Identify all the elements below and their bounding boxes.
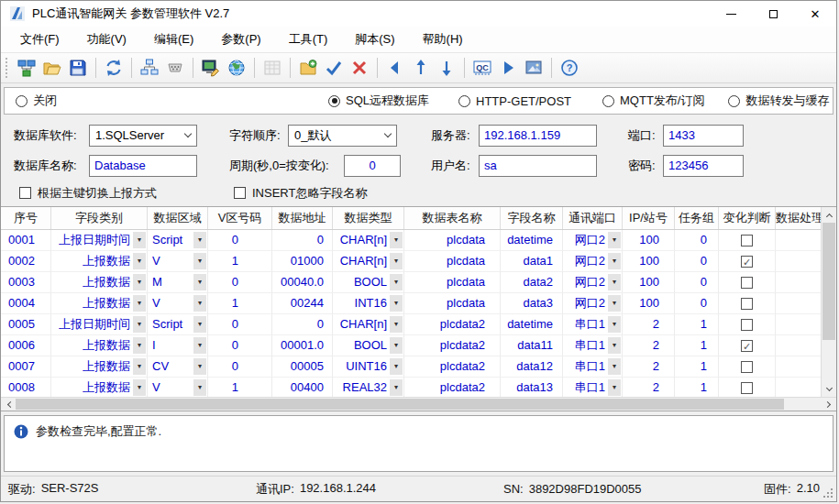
cell-field_type[interactable]: 上报数据▾ bbox=[51, 251, 148, 272]
menu-tools[interactable]: 工具(T) bbox=[275, 27, 342, 52]
cell-table_name[interactable]: plcdata2 bbox=[404, 356, 501, 378]
cell-data_process[interactable] bbox=[776, 230, 822, 251]
dropdown-button[interactable]: ▾ bbox=[133, 316, 146, 333]
dropdown-button[interactable]: ▾ bbox=[193, 274, 206, 290]
dropdown-button[interactable]: ▾ bbox=[608, 358, 621, 375]
cell-table_name[interactable]: plcdata2 bbox=[404, 314, 501, 335]
connect-button[interactable] bbox=[15, 56, 39, 80]
change-check-checkbox[interactable]: ✓ bbox=[741, 340, 753, 352]
cell-comm_port[interactable]: 网口2▾ bbox=[563, 230, 623, 251]
cell-field_type[interactable]: 上报日期时间▾ bbox=[51, 230, 148, 251]
cell-task_group[interactable]: 1 bbox=[675, 356, 719, 378]
scroll-down-button[interactable] bbox=[822, 382, 836, 395]
dropdown-button[interactable]: ▾ bbox=[193, 232, 206, 248]
radio-data-forward[interactable]: 数据转发与缓存 bbox=[728, 93, 829, 109]
cell-field_type[interactable]: 上报数据▾ bbox=[51, 356, 148, 378]
cell-field_type[interactable]: 上报数据▾ bbox=[51, 335, 148, 356]
dropdown-button[interactable]: ▾ bbox=[133, 274, 146, 290]
cell-address[interactable]: 00001.0 bbox=[272, 335, 333, 356]
resize-grip[interactable] bbox=[831, 496, 833, 498]
radio-mqtt[interactable]: MQTT发布/订阅 bbox=[602, 93, 704, 109]
cell-task_group[interactable]: 1 bbox=[675, 378, 719, 399]
cell-address[interactable]: 00400 bbox=[272, 378, 333, 399]
cell-field_type[interactable]: 上报数据▾ bbox=[51, 378, 148, 399]
maximize-button[interactable] bbox=[752, 1, 794, 27]
cell-data_area[interactable]: M▾ bbox=[148, 272, 208, 293]
cell-data_type[interactable]: BOOL▾ bbox=[333, 335, 404, 356]
cell-address[interactable]: 00005 bbox=[272, 356, 333, 378]
cell-task_group[interactable]: 0 bbox=[675, 293, 719, 314]
cell-field_type[interactable]: 上报日期时间▾ bbox=[51, 314, 148, 335]
close-button[interactable]: ✕ bbox=[794, 1, 836, 27]
cell-data_process[interactable] bbox=[776, 314, 822, 335]
cell-task_group[interactable]: 0 bbox=[675, 272, 719, 293]
menu-file[interactable]: 文件(F) bbox=[6, 27, 73, 52]
cell-ip_station[interactable]: 100 bbox=[623, 272, 675, 293]
radio-close-mode[interactable]: 关闭 bbox=[16, 93, 57, 109]
dropdown-button[interactable]: ▾ bbox=[608, 253, 621, 269]
dropdown-button[interactable]: ▾ bbox=[608, 232, 621, 248]
dropdown-button[interactable]: ▾ bbox=[390, 274, 403, 290]
cell-data_area[interactable]: V▾ bbox=[148, 293, 208, 314]
dropdown-button[interactable]: ▾ bbox=[608, 316, 621, 333]
cell-data_area[interactable]: V▾ bbox=[148, 378, 208, 399]
dropdown-button[interactable]: ▾ bbox=[608, 295, 621, 312]
period-input[interactable] bbox=[344, 155, 401, 177]
dropdown-button[interactable]: ▾ bbox=[193, 295, 206, 312]
cell-v_area[interactable]: 0 bbox=[208, 335, 272, 356]
dropdown-button[interactable]: ▾ bbox=[608, 337, 621, 354]
cell-field_name[interactable]: datetime bbox=[501, 230, 563, 251]
radio-sql-remote-db[interactable]: SQL远程数据库 bbox=[328, 93, 429, 109]
cell-table_name[interactable]: plcdata2 bbox=[404, 378, 501, 399]
cell-data_type[interactable]: CHAR[n]▾ bbox=[333, 251, 404, 272]
db-name-input[interactable] bbox=[89, 155, 197, 177]
cell-data_area[interactable]: I▾ bbox=[148, 335, 208, 356]
scroll-up-button[interactable] bbox=[822, 209, 836, 222]
cell-ip_station[interactable]: 100 bbox=[623, 251, 675, 272]
cell-comm_port[interactable]: 串口1▾ bbox=[563, 378, 623, 399]
insert-ignore-checkbox[interactable]: INSERT忽略字段名称 bbox=[234, 185, 367, 202]
menu-function[interactable]: 功能(V) bbox=[73, 27, 140, 52]
cell-table_name[interactable]: plcdata bbox=[404, 230, 501, 251]
horizontal-scroll-thumb[interactable] bbox=[16, 399, 784, 410]
cell-task_group[interactable]: 0 bbox=[675, 230, 719, 251]
change-check-checkbox[interactable] bbox=[741, 382, 753, 394]
dropdown-button[interactable]: ▾ bbox=[193, 379, 206, 396]
cell-data_area[interactable]: Script▾ bbox=[148, 314, 208, 335]
scroll-left-button[interactable] bbox=[3, 398, 16, 411]
cell-v_area[interactable]: 0 bbox=[208, 230, 272, 251]
dropdown-button[interactable]: ▾ bbox=[608, 379, 621, 396]
cell-address[interactable]: 0 bbox=[272, 230, 333, 251]
dropdown-button[interactable]: ▾ bbox=[390, 358, 403, 375]
cell-table_name[interactable]: plcdata bbox=[404, 272, 501, 293]
cell-data_process[interactable] bbox=[776, 356, 822, 378]
cell-data_process[interactable] bbox=[776, 378, 822, 399]
refresh-button[interactable] bbox=[102, 56, 126, 80]
server-input[interactable] bbox=[479, 125, 597, 147]
globe-button[interactable] bbox=[225, 56, 248, 80]
cell-task_group[interactable]: 1 bbox=[675, 335, 719, 356]
cell-data_process[interactable] bbox=[776, 251, 822, 272]
cell-data_type[interactable]: REAL32▾ bbox=[333, 378, 404, 399]
cell-address[interactable]: 01000 bbox=[272, 251, 333, 272]
cell-ip_station[interactable]: 2 bbox=[623, 335, 675, 356]
dropdown-button[interactable]: ▾ bbox=[193, 358, 206, 375]
serial-port-button[interactable] bbox=[163, 56, 187, 80]
cell-v_area[interactable]: 1 bbox=[208, 251, 272, 272]
cell-address[interactable]: 00244 bbox=[272, 293, 333, 314]
cell-ip_station[interactable]: 100 bbox=[623, 293, 675, 314]
cell-field_name[interactable]: data12 bbox=[501, 356, 563, 378]
cell-field_type[interactable]: 上报数据▾ bbox=[51, 272, 148, 293]
cell-data_area[interactable]: Script▾ bbox=[148, 230, 208, 251]
dropdown-button[interactable]: ▾ bbox=[390, 316, 403, 333]
cell-field_name[interactable]: data1 bbox=[501, 251, 563, 272]
folder-add-button[interactable] bbox=[296, 56, 320, 80]
cell-comm_port[interactable]: 网口2▾ bbox=[563, 293, 623, 314]
horizontal-scrollbar[interactable] bbox=[1, 397, 836, 411]
port-input[interactable] bbox=[663, 125, 744, 147]
dropdown-button[interactable]: ▾ bbox=[608, 274, 621, 290]
radio-http-get-post[interactable]: HTTP-GET/POST bbox=[458, 94, 571, 108]
toolbar-grip[interactable] bbox=[6, 58, 10, 78]
dropdown-button[interactable]: ▾ bbox=[390, 253, 403, 269]
cell-address[interactable]: 00040.0 bbox=[272, 272, 333, 293]
